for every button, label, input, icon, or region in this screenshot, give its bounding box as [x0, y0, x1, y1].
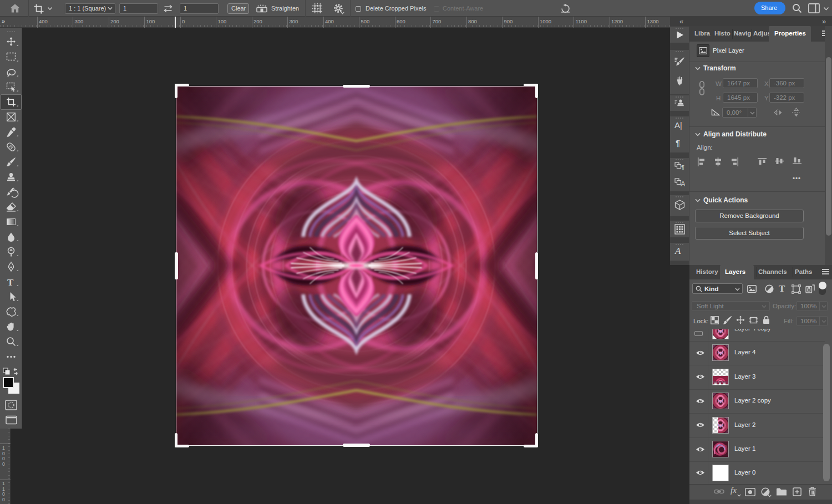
svg-text:A: A — [681, 180, 685, 187]
svg-text:¶: ¶ — [681, 164, 684, 171]
svg-text:T: T — [7, 277, 14, 288]
